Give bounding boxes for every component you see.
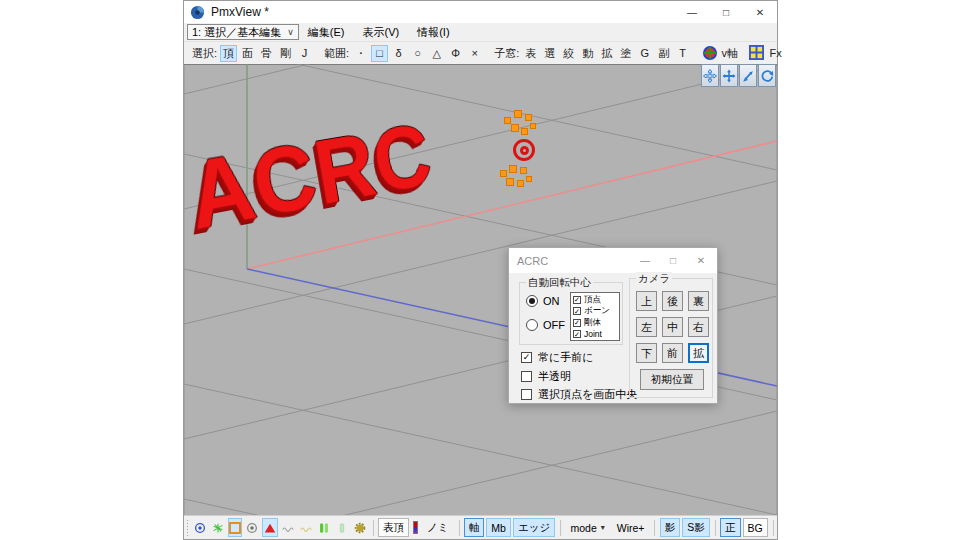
selection-square <box>514 110 522 118</box>
dialog-title-bar[interactable]: ACRC — □ ✕ <box>509 248 717 273</box>
fx-toggle-button[interactable]: Fx <box>767 45 784 62</box>
wave-yellow-icon[interactable] <box>298 518 314 537</box>
bg-toggle[interactable]: BG <box>743 518 768 537</box>
selection-square <box>517 180 524 187</box>
ortho-toggle[interactable]: 正 <box>720 518 741 537</box>
subwindow-motion-button[interactable]: 動 <box>579 45 596 62</box>
pan-view-button[interactable] <box>701 64 719 87</box>
subwindow-zoom-button[interactable]: 拡 <box>598 45 615 62</box>
vaxis-toggle-button[interactable]: v軸 <box>721 45 738 62</box>
select-vertex-button[interactable]: 頂 <box>220 45 237 62</box>
selection-square <box>504 117 511 124</box>
center-dot-icon[interactable] <box>244 518 260 537</box>
subwindow-sub-button[interactable]: 副 <box>655 45 672 62</box>
camera-right-button[interactable]: 右 <box>688 317 709 337</box>
selected-vertices-marker-top[interactable] <box>502 109 538 141</box>
select-rigid-button[interactable]: 剛 <box>277 45 294 62</box>
edit-mode-selector[interactable]: 1: 選択／基本編集 ∨ <box>187 24 299 40</box>
center-selected-vertex-checkbox[interactable]: 選択頂点を画面中央 <box>521 387 637 402</box>
maximize-button[interactable]: □ <box>709 1 743 23</box>
dialog-close-button[interactable]: ✕ <box>687 248 715 273</box>
menu-view[interactable]: 表示(V) <box>354 24 409 41</box>
camera-bottom-button[interactable]: 下 <box>636 343 657 363</box>
auto-rotate-off-radio[interactable]: OFF <box>526 319 565 331</box>
self-shadow-toggle[interactable]: S影 <box>682 518 710 537</box>
chisel-toggle[interactable]: ノミ <box>422 518 454 537</box>
camera-zoom-button[interactable]: 拡 <box>688 343 709 363</box>
always-on-top-checkbox[interactable]: ✓ 常に手前に <box>521 350 594 365</box>
selected-vertices-marker-bottom[interactable] <box>499 164 533 191</box>
selection-rect-icon[interactable] <box>228 518 242 537</box>
window-title: PmxView * <box>211 5 269 19</box>
close-button[interactable]: ✕ <box>743 1 777 23</box>
selection-square <box>525 114 532 121</box>
menu-info[interactable]: 情報(I) <box>408 24 458 41</box>
range-lasso-button[interactable]: δ <box>390 45 407 62</box>
subwindow-table-button[interactable]: 表 <box>522 45 539 62</box>
triangle-marker-icon[interactable] <box>262 518 278 537</box>
gear-icon[interactable] <box>352 518 368 537</box>
capsule-pair-icon[interactable] <box>316 518 332 537</box>
list-item[interactable]: ✓ 剛体 <box>573 317 617 329</box>
quad-view-grid-icon[interactable] <box>749 45 764 61</box>
move-view-button[interactable] <box>720 64 738 87</box>
camera-top-button[interactable]: 上 <box>636 291 657 311</box>
range-group-label: 範囲: <box>324 46 349 61</box>
checkbox-icon <box>521 389 532 400</box>
subwindow-filter-button[interactable]: 絞 <box>560 45 577 62</box>
semi-transparent-checkbox[interactable]: 半透明 <box>521 369 571 384</box>
subwindow-select-button[interactable]: 選 <box>541 45 558 62</box>
camera-back-button[interactable]: 後 <box>662 291 683 311</box>
shadow-toggle[interactable]: 影 <box>660 518 681 537</box>
capsule-single-icon[interactable] <box>334 518 350 537</box>
camera-group-label: カメラ <box>636 272 672 286</box>
subwindow-paint-button[interactable]: 塗 <box>617 45 634 62</box>
material-color-swatch[interactable] <box>413 521 418 534</box>
range-point-button[interactable]: ・ <box>352 45 369 62</box>
range-rect-button[interactable]: □ <box>371 45 388 62</box>
select-face-button[interactable]: 面 <box>239 45 256 62</box>
edge-toggle[interactable]: エッジ <box>513 518 555 537</box>
list-item[interactable]: ✓ Joint <box>573 329 617 341</box>
front-vertex-toggle[interactable]: 表頂 <box>378 518 409 537</box>
mode-dropdown[interactable]: mode ▾ <box>565 518 609 537</box>
camera-front-button[interactable]: 前 <box>662 343 683 363</box>
mb-toggle[interactable]: Mb <box>486 518 511 537</box>
dialog-maximize-button[interactable]: □ <box>659 248 687 273</box>
range-clear-button[interactable]: × <box>466 45 483 62</box>
menu-edit[interactable]: 編集(E) <box>299 24 354 41</box>
rotate-view-button[interactable] <box>758 64 776 87</box>
rotation-center-target-icon[interactable] <box>702 45 718 61</box>
wave-dim-icon[interactable] <box>280 518 296 537</box>
select-joint-button[interactable]: J <box>296 45 313 62</box>
statusbar-grip[interactable] <box>187 520 188 536</box>
weight-scribble-icon[interactable] <box>210 518 226 537</box>
range-circle-button[interactable]: ○ <box>409 45 426 62</box>
range-phi-button[interactable]: Φ <box>447 45 464 62</box>
auto-rotate-on-radio[interactable]: ON <box>526 295 560 307</box>
list-item[interactable]: ✓ ボーン <box>573 306 617 318</box>
select-bone-button[interactable]: 骨 <box>258 45 275 62</box>
title-bar[interactable]: PmxView * — □ ✕ <box>184 1 777 23</box>
select-group-label: 選択: <box>192 46 217 61</box>
subwindow-transform-button[interactable]: T <box>674 45 691 62</box>
vertex-target-icon[interactable] <box>192 518 208 537</box>
wire-toggle[interactable]: Wire+ <box>612 518 650 537</box>
subwindow-gizmo-button[interactable]: G <box>636 45 653 62</box>
rotation-center-target <box>513 139 535 161</box>
axis-toggle[interactable]: 軸 <box>464 518 485 537</box>
camera-reverse-button[interactable]: 裏 <box>688 291 709 311</box>
camera-center-button[interactable]: 中 <box>662 317 683 337</box>
range-triangle-button[interactable]: △ <box>428 45 445 62</box>
dialog-minimize-button[interactable]: — <box>631 248 659 273</box>
rotate-target-list[interactable]: ✓ 頂点 ✓ ボーン ✓ 剛体 ✓ Joint <box>570 292 620 341</box>
zoom-view-button[interactable] <box>739 64 757 87</box>
list-item[interactable]: ✓ 頂点 <box>573 294 617 306</box>
radio-icon <box>526 295 538 307</box>
camera-left-button[interactable]: 左 <box>636 317 657 337</box>
checkbox-icon: ✓ <box>573 330 581 338</box>
camera-initial-position-button[interactable]: 初期位置 <box>640 369 704 390</box>
dropdown-caret-icon: ▾ <box>601 523 605 532</box>
zoom-arrow-icon <box>741 69 755 83</box>
minimize-button[interactable]: — <box>675 1 709 23</box>
